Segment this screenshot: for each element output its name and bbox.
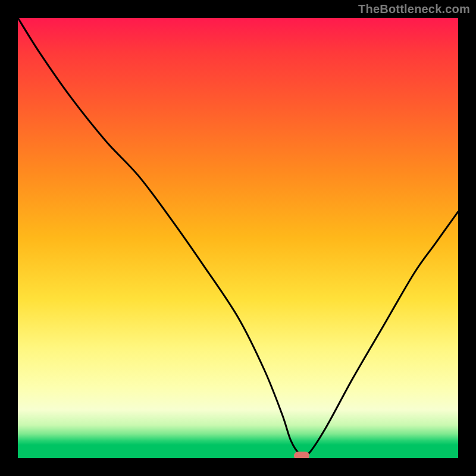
plot-area (18, 18, 458, 458)
optimum-marker (294, 452, 309, 458)
bottleneck-curve (18, 18, 458, 458)
chart-frame: TheBottleneck.com (0, 0, 476, 476)
watermark-text: TheBottleneck.com (358, 2, 470, 16)
